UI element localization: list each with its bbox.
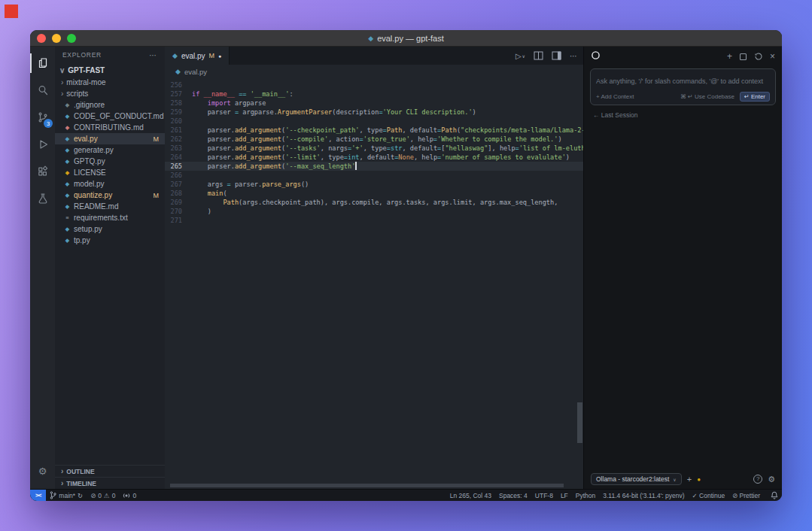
- status-item[interactable]: UTF-8: [531, 492, 557, 499]
- code-line-260[interactable]: 260: [165, 117, 583, 126]
- file-label: setup.py: [74, 225, 102, 233]
- add-context-button[interactable]: + Add Context: [596, 93, 634, 100]
- settings-gear-button[interactable]: ⚙: [30, 457, 55, 484]
- git-branch-status[interactable]: main* ↻: [46, 491, 87, 499]
- editor-group: ◆ eval.py M ● ▷∨: [165, 47, 583, 489]
- activity-source-control[interactable]: 3: [30, 104, 55, 131]
- file-item-CODE_OF_CONDUCT.md[interactable]: ◆CODE_OF_CONDUCT.md: [55, 111, 165, 122]
- assistant-settings-icon[interactable]: ⚙: [768, 475, 775, 484]
- run-python-file-button[interactable]: ▷∨: [515, 52, 525, 60]
- ports-status[interactable]: 0: [119, 492, 140, 499]
- activity-extensions[interactable]: [30, 158, 55, 185]
- status-item[interactable]: ⊘ Prettier: [728, 492, 764, 499]
- file-label: requirements.txt: [74, 214, 128, 222]
- code-line-265[interactable]: 265 parser.add_argument('--max_seq_lengt…: [165, 162, 583, 171]
- activity-search[interactable]: [30, 77, 55, 104]
- file-item-model.py[interactable]: ◆model.py: [55, 178, 165, 190]
- file-item-quantize.py[interactable]: ◆quantize.pyM: [55, 190, 165, 201]
- file-item-.gitignore[interactable]: ◆.gitignore: [55, 99, 165, 111]
- code-line-262[interactable]: 262 parser.add_argument('--compile', act…: [165, 135, 583, 144]
- file-item-mixtral-moe[interactable]: ›mixtral-moe: [55, 77, 165, 88]
- line-number: 260: [165, 117, 192, 126]
- close-panel-icon[interactable]: ×: [770, 52, 775, 61]
- notifications-bell-icon[interactable]: [767, 491, 782, 499]
- errors-icon: ⊘: [90, 492, 96, 499]
- enter-button[interactable]: ↵ Enter: [740, 92, 770, 102]
- run-debug-icon: [37, 138, 49, 150]
- code-line-267[interactable]: 267 args = parser.parse_args(): [165, 180, 583, 189]
- code-line-270[interactable]: 270 ): [165, 207, 583, 216]
- file-type-icon: ◆: [64, 124, 71, 131]
- horizontal-scrollbar[interactable]: [170, 484, 564, 487]
- use-codebase-hint[interactable]: ⌘ ↵ Use Codebase: [680, 93, 734, 100]
- code-line-271[interactable]: 271: [165, 216, 583, 225]
- file-item-setup.py[interactable]: ◆setup.py: [55, 223, 165, 235]
- python-file-icon: ◆: [172, 52, 178, 59]
- line-number: 264: [165, 153, 192, 162]
- file-item-requirements.txt[interactable]: ≡requirements.txt: [55, 212, 165, 223]
- file-item-scripts[interactable]: ›scripts: [55, 88, 165, 99]
- breadcrumb[interactable]: ◆ eval.py: [165, 65, 583, 78]
- last-session-link[interactable]: ← Last Session: [584, 105, 782, 125]
- line-number: 263: [165, 144, 192, 153]
- code-line-266[interactable]: 266: [165, 171, 583, 180]
- assistant-prompt-input[interactable]: [596, 77, 770, 85]
- status-item[interactable]: 3.11.4 64-bit ('3.11.4': pyenv): [599, 492, 688, 499]
- new-session-icon[interactable]: +: [727, 52, 732, 61]
- workspace-root-folder[interactable]: ∨ GPT-FAST: [55, 63, 165, 77]
- line-number: 269: [165, 198, 192, 207]
- code-line-263[interactable]: 263 parser.add_argument('--tasks', nargs…: [165, 144, 583, 153]
- file-item-generate.py[interactable]: ◆generate.py: [55, 144, 165, 156]
- code-line-258[interactable]: 258 import argparse: [165, 99, 583, 108]
- file-item-tp.py[interactable]: ◆tp.py: [55, 235, 165, 246]
- code-area[interactable]: 256257if __name__ == '__main__':258 impo…: [165, 78, 583, 489]
- file-item-README.md[interactable]: ◆README.md: [55, 201, 165, 212]
- code-line-264[interactable]: 264 parser.add_argument('--limit', type=…: [165, 153, 583, 162]
- remote-indicator[interactable]: ><: [30, 490, 46, 502]
- file-item-CONTRIBUTING.md[interactable]: ◆CONTRIBUTING.md: [55, 122, 165, 133]
- file-item-LICENSE[interactable]: ◆LICENSE: [55, 167, 165, 178]
- line-number: 267: [165, 180, 192, 189]
- add-model-button[interactable]: +: [687, 475, 692, 484]
- status-item[interactable]: Spaces: 4: [495, 492, 531, 499]
- explorer-sidebar: EXPLORER ⋯ ∨ GPT-FAST ›mixtral-moe›scrip…: [55, 47, 165, 489]
- code-line-256[interactable]: 256: [165, 80, 583, 90]
- model-selector[interactable]: Ollama - starcoder2:latest ∨: [591, 473, 682, 485]
- code-line-269[interactable]: 269 Path(args.checkpoint_path), args.com…: [165, 198, 583, 207]
- pin-panel-icon[interactable]: [739, 53, 747, 61]
- code-line-268[interactable]: 268 main(: [165, 189, 583, 198]
- dirty-indicator-icon[interactable]: ●: [218, 53, 221, 59]
- status-item[interactable]: Python: [572, 492, 599, 499]
- status-bar: >< main* ↻ ⊘ 0 ⚠ 0 0 Ln 265: [30, 489, 782, 501]
- help-icon[interactable]: ?: [753, 475, 762, 484]
- file-item-GPTQ.py[interactable]: ◆GPTQ.py: [55, 156, 165, 167]
- toggle-layout-icon[interactable]: [552, 51, 561, 60]
- status-item[interactable]: ✓ Continue: [689, 492, 729, 499]
- outline-section[interactable]: › OUTLINE: [55, 465, 165, 477]
- code-line-261[interactable]: 261 parser.add_argument('--checkpoint_pa…: [165, 126, 583, 135]
- vertical-scrollbar[interactable]: [577, 402, 582, 443]
- file-type-icon: ≡: [64, 214, 71, 221]
- status-item[interactable]: LF: [557, 492, 572, 499]
- split-editor-icon[interactable]: [534, 51, 543, 60]
- code-text: if __name__ == '__main__':: [192, 90, 583, 99]
- file-type-icon: ◆: [64, 158, 71, 165]
- activity-testing[interactable]: [30, 185, 55, 212]
- history-icon[interactable]: [754, 52, 763, 61]
- code-line-257[interactable]: 257if __name__ == '__main__':: [165, 90, 583, 99]
- status-item[interactable]: Ln 265, Col 43: [446, 492, 495, 499]
- problems-status[interactable]: ⊘ 0 ⚠ 0: [87, 492, 119, 499]
- activity-explorer[interactable]: [30, 50, 55, 77]
- file-item-eval.py[interactable]: ◆eval.pyM: [55, 133, 165, 144]
- warnings-icon: ⚠: [104, 492, 110, 499]
- zoom-window-button[interactable]: [67, 34, 76, 43]
- minimize-window-button[interactable]: [52, 34, 61, 43]
- more-actions-icon[interactable]: ⋯: [570, 52, 577, 60]
- timeline-section[interactable]: › TIMELINE: [55, 477, 165, 489]
- code-line-259[interactable]: 259 parser = argparse.ArgumentParser(des…: [165, 108, 583, 117]
- file-type-icon: ◆: [64, 203, 71, 210]
- tab-eval-py[interactable]: ◆ eval.py M ●: [165, 47, 230, 65]
- activity-run-debug[interactable]: [30, 131, 55, 158]
- sidebar-more-actions-icon[interactable]: ⋯: [149, 51, 157, 59]
- close-window-button[interactable]: [37, 34, 46, 43]
